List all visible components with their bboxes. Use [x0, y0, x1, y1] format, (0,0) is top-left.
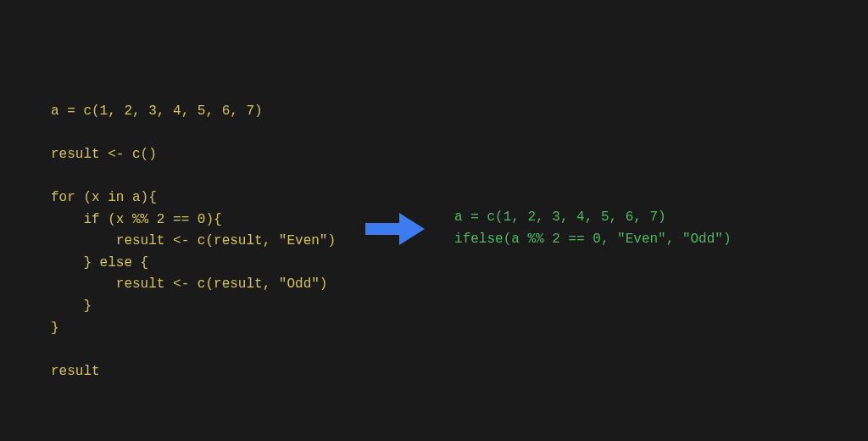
code-comparison-diagram: a = c(1, 2, 3, 4, 5, 6, 7) result <- c()… — [0, 0, 868, 441]
arrow-right-icon — [361, 208, 429, 250]
verbose-code-block: a = c(1, 2, 3, 4, 5, 6, 7) result <- c()… — [51, 59, 336, 383]
concise-code-block: a = c(1, 2, 3, 4, 5, 6, 7) ifelse(a %% 2… — [454, 207, 731, 250]
arrow-zone — [336, 208, 454, 250]
